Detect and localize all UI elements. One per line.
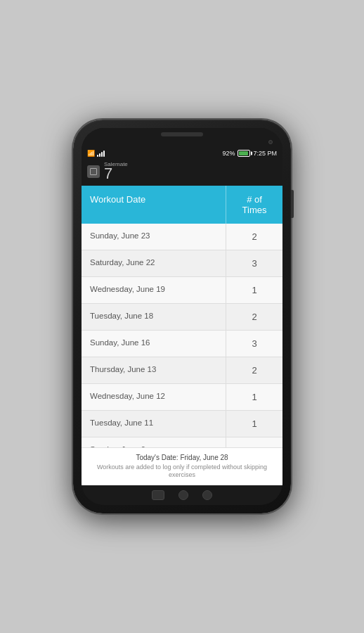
app-icon-inner: [90, 168, 97, 175]
column-header-date: Workout Date: [82, 186, 226, 224]
cell-date: Tuesday, June 18: [82, 304, 226, 330]
signal-bar-4: [103, 151, 105, 157]
camera: [268, 140, 273, 144]
table-row[interactable]: Thursday, June 132: [82, 357, 282, 384]
cell-date: Tuesday, June 11: [82, 411, 226, 437]
signal-bar-3: [101, 152, 103, 157]
battery-body: [238, 150, 250, 157]
power-button: [291, 190, 294, 218]
table-body[interactable]: Sunday, June 232Saturday, June 223Wednes…: [82, 224, 282, 447]
cell-date: Sunday, June 16: [82, 331, 226, 357]
cell-date: Wednesday, June 12: [82, 384, 226, 410]
battery-fill: [239, 151, 248, 155]
status-left: 📶: [87, 150, 107, 157]
app-header: Salemate 7: [82, 158, 282, 186]
table-row[interactable]: Sunday, June 163: [82, 331, 282, 357]
signal-bar-1: [97, 155, 98, 157]
cell-times: 2: [226, 304, 282, 330]
footer: Today's Date: Friday, June 28 Workouts a…: [82, 447, 282, 485]
cell-date: Thursday, June 13: [82, 357, 226, 383]
table-row[interactable]: Wednesday, June 121: [82, 384, 282, 411]
app-info: Salemate 7: [104, 161, 128, 181]
cell-times: 1: [226, 277, 282, 303]
cell-times: 2: [226, 224, 282, 250]
cell-date: Saturday, June 22: [82, 250, 226, 276]
back-button[interactable]: [152, 490, 164, 500]
table-header: Workout Date # of Times: [82, 186, 282, 224]
cell-date: Wednesday, June 19: [82, 277, 226, 303]
screen-content: Workout Date # of Times Sunday, June 232…: [82, 186, 282, 485]
wifi-icon: 📶: [87, 150, 95, 157]
cell-times: 2: [226, 357, 282, 383]
status-bar: 📶 92% 7:25 PM: [82, 148, 282, 158]
table-row[interactable]: Sunday, June 91: [82, 437, 282, 447]
home-button[interactable]: [178, 490, 188, 500]
camera-row: [89, 140, 275, 144]
speaker: [161, 132, 203, 136]
table-row[interactable]: Wednesday, June 191: [82, 277, 282, 304]
signal-bar-2: [99, 153, 100, 157]
status-right: 92% 7:25 PM: [222, 150, 277, 157]
recents-button[interactable]: [202, 490, 212, 500]
today-date: Today's Date: Friday, June 28: [90, 454, 274, 461]
cell-date: Sunday, June 9: [82, 437, 226, 447]
table-row[interactable]: Sunday, June 232: [82, 224, 282, 250]
bottom-nav-bar: [82, 485, 282, 505]
time-display: 7:25 PM: [253, 150, 277, 157]
phone-device: 📶 92% 7:25 PM: [73, 120, 291, 513]
table-row[interactable]: Tuesday, June 111: [82, 411, 282, 437]
cell-date: Sunday, June 23: [82, 224, 226, 250]
top-bar: [82, 128, 282, 148]
cell-times: 1: [226, 437, 282, 447]
app-icon: [87, 165, 100, 178]
signal-icon: [97, 150, 107, 157]
app-number: 7: [104, 166, 128, 181]
cell-times: 1: [226, 411, 282, 437]
table-row[interactable]: Saturday, June 223: [82, 250, 282, 277]
cell-times: 3: [226, 250, 282, 276]
battery-icon: [238, 150, 250, 157]
column-header-times: # of Times: [226, 186, 282, 224]
cell-times: 1: [226, 384, 282, 410]
cell-times: 3: [226, 331, 282, 357]
table-row[interactable]: Tuesday, June 182: [82, 304, 282, 331]
phone-screen: 📶 92% 7:25 PM: [82, 128, 282, 505]
footer-note: Workouts are added to log only if comple…: [90, 463, 274, 480]
battery-percent: 92%: [222, 150, 235, 157]
